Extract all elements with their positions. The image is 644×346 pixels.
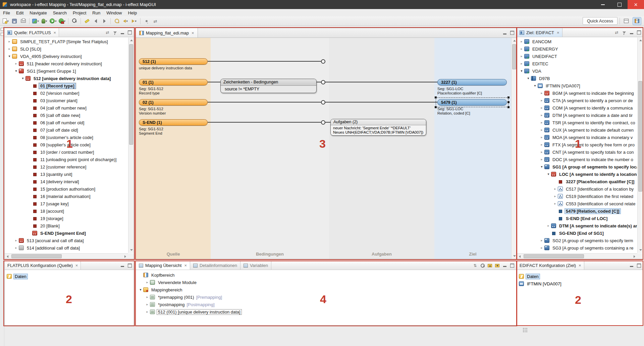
sash-grip[interactable] bbox=[523, 328, 527, 332]
selection-handle[interactable] bbox=[507, 101, 509, 103]
expand-arrow-icon[interactable]: ▸ bbox=[145, 308, 150, 316]
scroll-left-button[interactable] bbox=[517, 254, 523, 259]
menu-file[interactable]: File bbox=[0, 9, 13, 16]
target-tree-item-row[interactable]: ▸CNT [A segment to specify totals for a … bbox=[518, 148, 637, 156]
config-item[interactable]: Daten bbox=[519, 273, 641, 280]
maximize-view-icon[interactable] bbox=[636, 29, 642, 36]
target-tree-item-row[interactable]: ▸DTM [A segment to indicate date(s) an bbox=[518, 222, 637, 229]
config-item[interactable]: Daten bbox=[7, 273, 132, 280]
overview-tree-item-row[interactable]: ▸*postmapping[Postmapping] bbox=[137, 301, 516, 308]
scroll-up-button[interactable] bbox=[128, 38, 134, 43]
source-node[interactable]: 512 (1) bbox=[139, 58, 208, 65]
expand-arrow-icon[interactable]: ▸ bbox=[539, 126, 544, 134]
forward-button[interactable]: ▾ bbox=[130, 17, 138, 25]
collapse-arrow-icon[interactable]: ▾ bbox=[138, 286, 143, 293]
open-perspective-button[interactable] bbox=[622, 17, 631, 25]
target-tree-item-row[interactable]: ▸EDITEC bbox=[518, 60, 637, 67]
target-tree-item-row[interactable]: 3227 [Place/location qualifier [C]] bbox=[518, 178, 637, 185]
quick-access-button[interactable]: Quick Access bbox=[583, 17, 618, 25]
connection-point[interactable] bbox=[321, 59, 325, 64]
source-tree-item-row[interactable]: ▸SLO [SLO] bbox=[5, 45, 128, 53]
expand-arrow-icon[interactable]: ▸ bbox=[552, 185, 558, 193]
link-with-editor-button[interactable] bbox=[151, 17, 159, 25]
source-tree-item-row[interactable]: 03 [customer plant] bbox=[5, 97, 128, 104]
collapse-arrow-icon[interactable]: ▾ bbox=[539, 163, 544, 170]
expand-arrow-icon[interactable]: ▸ bbox=[539, 237, 544, 244]
target-tree-item-row[interactable]: ▸TSR [A segment to identify the contract… bbox=[518, 119, 637, 126]
collapse-arrow-icon[interactable]: ▾ bbox=[20, 75, 25, 82]
selection-handle[interactable] bbox=[507, 96, 509, 98]
expand-arrow-icon[interactable]: ▸ bbox=[539, 112, 544, 119]
run-button[interactable]: ▾ bbox=[49, 17, 57, 25]
source-tree-item-row[interactable]: ▾VDA_4905 [Delivery instruction] bbox=[5, 53, 128, 60]
source-tree-vertical-scrollbar[interactable] bbox=[128, 38, 134, 253]
menu-window[interactable]: Window bbox=[103, 9, 125, 16]
expand-arrow-icon[interactable]: ▸ bbox=[13, 60, 19, 67]
expand-arrow-icon[interactable]: ▸ bbox=[539, 97, 544, 104]
target-tree-item-row[interactable]: ▸UNEDIFACT bbox=[518, 53, 637, 60]
overview-tree-item-row[interactable]: ▾Mappingbereich bbox=[137, 286, 516, 293]
dropdown-arrow-icon[interactable]: ▾ bbox=[64, 19, 66, 23]
target-tree-item-row[interactable]: ▾IFTMIN [VDA007] bbox=[518, 82, 637, 89]
scrollbar-thumb[interactable] bbox=[638, 81, 642, 192]
source-tree-item-row[interactable]: 17 [usage key] bbox=[5, 200, 128, 207]
target-tree-item-row[interactable]: ▸FTX [A segment to specify free form or … bbox=[518, 141, 637, 148]
source-view-tab[interactable]: Quelle: FLATPLUS × bbox=[5, 28, 59, 37]
source-tree-item-row[interactable]: ▸SIMPLE_TEST_FLATP [Simple Test Flatplus… bbox=[5, 38, 128, 45]
scrollbar-thumb[interactable] bbox=[512, 44, 516, 69]
scroll-down-button[interactable] bbox=[638, 247, 643, 253]
source-tree-item-row[interactable]: 06 [call off number old] bbox=[5, 119, 128, 126]
dropdown-arrow-icon[interactable]: ▾ bbox=[126, 19, 128, 23]
source-tree-item-row[interactable]: 18 [account] bbox=[5, 207, 128, 215]
target-tree-item-row[interactable]: ▸DTM [A segment to indicate a date and t… bbox=[518, 112, 637, 119]
quick-launch-button[interactable]: ▾ bbox=[32, 17, 40, 25]
target-tree-item-row[interactable]: ▸CUX [A segment to indicate default curr… bbox=[518, 126, 637, 134]
maximize-editor-icon[interactable] bbox=[509, 30, 515, 36]
close-editor-icon[interactable]: × bbox=[192, 30, 194, 36]
scrollbar-thumb[interactable] bbox=[524, 254, 584, 258]
editor-tab[interactable]: Mapping_flat_edi.map × bbox=[136, 28, 198, 38]
scroll-down-button[interactable] bbox=[512, 253, 516, 259]
external-tools-button[interactable]: ▾ bbox=[58, 17, 66, 25]
tab-variablen[interactable]: Variablen bbox=[240, 261, 271, 270]
close-view-icon[interactable]: × bbox=[557, 30, 559, 35]
connection-point[interactable] bbox=[321, 80, 325, 84]
source-tree-item-row[interactable]: ▾SG1 [Segment Gruppe 1] bbox=[5, 67, 128, 75]
menu-project[interactable]: Project bbox=[70, 9, 89, 16]
tab-mapping-bersicht[interactable]: Mapping Übersicht× bbox=[136, 261, 190, 270]
source-tree-item-row[interactable]: 13 [quantity unit] bbox=[5, 170, 128, 178]
source-tree-item-row[interactable]: 11 [unloading point (point of discharge)… bbox=[5, 156, 128, 163]
source-node[interactable]: 01 (1) bbox=[139, 79, 208, 85]
source-node[interactable]: 02 (1) bbox=[139, 99, 208, 106]
expand-arrow-icon[interactable]: ▸ bbox=[13, 237, 19, 244]
target-tree-item-row[interactable]: ▸C553 [Identification of second relate bbox=[518, 200, 637, 207]
expand-arrow-icon[interactable]: ▸ bbox=[539, 141, 544, 148]
selection-handle[interactable] bbox=[435, 96, 437, 98]
source-tree-item-row[interactable]: 16 [material authorisation] bbox=[5, 193, 128, 200]
expand-arrow-icon[interactable]: ▸ bbox=[519, 38, 524, 45]
collapse-arrow-icon[interactable]: ▾ bbox=[519, 67, 524, 75]
target-tree-item-row[interactable]: ▸MOA [A segment to indicate a monetary v bbox=[518, 134, 637, 141]
source-tree-item-row[interactable]: S-END [Segment End] bbox=[5, 229, 128, 237]
target-tree-item-row[interactable]: ▸BGM [A segment to indicate the beginnin… bbox=[518, 89, 637, 97]
selection-handle[interactable] bbox=[507, 106, 509, 108]
target-node[interactable]: 3227 (1) bbox=[437, 79, 507, 85]
source-tree-item-row[interactable]: 15 [production authorisation] bbox=[5, 185, 128, 193]
overview-tree-item-row[interactable]: Kopfbereich bbox=[137, 271, 516, 279]
source-tree-item-row[interactable]: ▾512 [unique delivery instruction data] bbox=[5, 75, 128, 82]
source-tree-item-row[interactable]: 04 [call off number new] bbox=[5, 104, 128, 112]
maximize-window-button[interactable] bbox=[611, 0, 628, 9]
collapse-arrow-icon[interactable]: ▾ bbox=[526, 75, 531, 82]
condition-box[interactable]: Zeichenketten - Bedingungen source != *E… bbox=[220, 79, 317, 93]
target-tree-item-row[interactable]: ▾D97B bbox=[518, 75, 637, 82]
goto-premapping-icon[interactable] bbox=[487, 262, 493, 269]
config-item[interactable]: IFTMIN [VDA007] bbox=[519, 280, 641, 287]
maximize-view-icon[interactable] bbox=[126, 29, 133, 36]
goto-postmapping-icon[interactable] bbox=[494, 262, 500, 269]
expand-arrow-icon[interactable]: ▸ bbox=[539, 119, 544, 126]
scroll-up-button[interactable] bbox=[638, 38, 643, 43]
source-tree-item-row[interactable]: ▸513 [accrual and call off data] bbox=[5, 237, 128, 244]
expand-arrow-icon[interactable]: ▸ bbox=[539, 156, 544, 163]
source-node[interactable]: S-END (1) bbox=[139, 119, 208, 126]
scroll-right-button[interactable] bbox=[122, 254, 128, 259]
